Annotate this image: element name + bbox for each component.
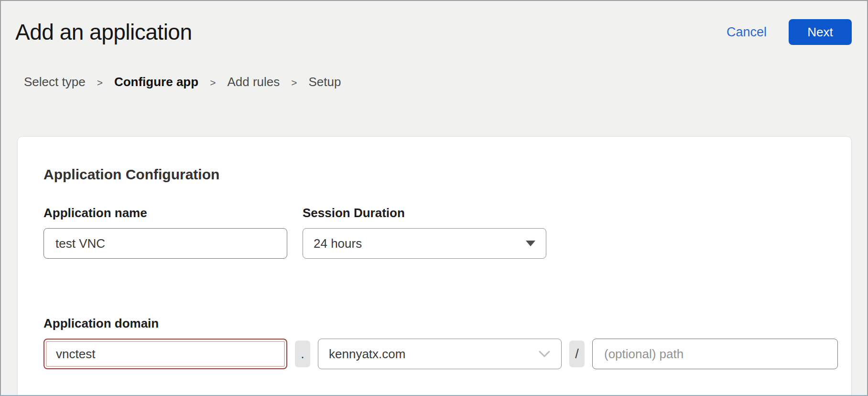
cancel-link[interactable]: Cancel	[727, 25, 767, 40]
application-domain-label: Application domain	[43, 316, 159, 330]
wizard-steps: Select type > Configure app > Add rules …	[24, 75, 867, 89]
step-select-type[interactable]: Select type	[24, 75, 86, 89]
session-duration-label: Session Duration	[303, 206, 546, 220]
domain-select[interactable]: kennyatx.com	[318, 339, 562, 369]
application-name-field: Application name	[43, 206, 287, 259]
domain-select-value: kennyatx.com	[329, 347, 405, 362]
step-configure-app[interactable]: Configure app	[114, 75, 198, 89]
section-heading: Application Configuration	[43, 166, 851, 183]
application-domain-section: Application domain . kennyatx.com /	[43, 316, 851, 369]
next-button[interactable]: Next	[789, 19, 852, 45]
application-name-label: Application name	[43, 206, 287, 220]
caret-down-icon	[526, 241, 535, 246]
name-duration-row: Application name Session Duration 24 hou…	[43, 206, 851, 259]
configuration-card: Application Configuration Application na…	[17, 136, 852, 396]
add-application-page: Add an application Cancel Next Select ty…	[0, 0, 868, 396]
step-separator: >	[210, 76, 216, 88]
page-header: Add an application Cancel Next	[1, 1, 867, 45]
session-duration-value: 24 hours	[314, 236, 362, 251]
subdomain-input[interactable]	[43, 339, 287, 369]
step-separator: >	[291, 76, 297, 88]
step-setup[interactable]: Setup	[309, 75, 341, 89]
step-separator: >	[97, 76, 103, 88]
step-add-rules[interactable]: Add rules	[227, 75, 280, 89]
application-name-input[interactable]	[43, 228, 287, 259]
header-actions: Cancel Next	[727, 19, 852, 45]
dot-separator-badge: .	[295, 341, 310, 367]
session-duration-field: Session Duration 24 hours	[303, 206, 546, 259]
application-domain-row: . kennyatx.com /	[43, 331, 851, 369]
page-title: Add an application	[15, 19, 192, 45]
path-input[interactable]	[592, 339, 838, 369]
slash-separator-badge: /	[569, 341, 585, 367]
chevron-down-icon	[538, 350, 551, 358]
session-duration-select[interactable]: 24 hours	[303, 228, 546, 259]
